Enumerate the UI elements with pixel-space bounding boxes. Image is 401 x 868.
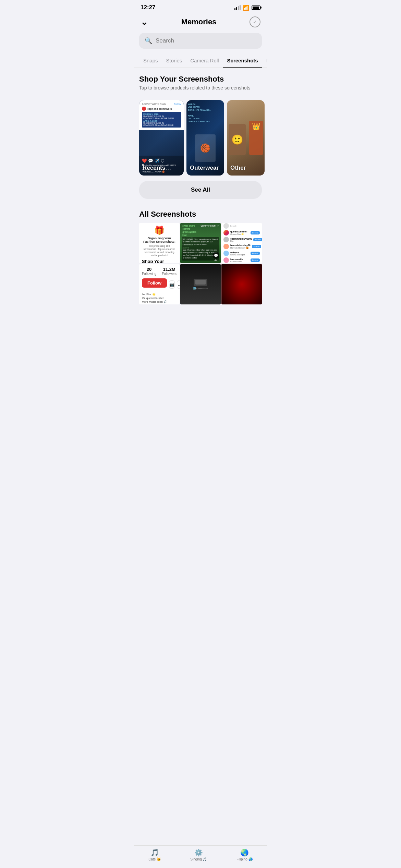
tab-snaps[interactable]: Snaps	[139, 54, 162, 68]
screenshot-grid: ACCNETWORK Posts Follow espn and accnetw…	[134, 100, 267, 176]
social-row-2[interactable]: eeemmmiiillyyy999 Em Follow	[223, 237, 260, 242]
card-label-outerwear: Outerwear	[190, 165, 219, 171]
wifi-icon: 📶	[243, 4, 250, 11]
see-all-button[interactable]: See All	[139, 181, 262, 199]
screenshot-card-outerwear[interactable]: MARCHUNC BEATSCOACH K'S FINAL HO... APRI…	[186, 100, 224, 176]
all-screenshots-section: All Screenshots 🎁 Organizing Your Fashio…	[134, 204, 267, 304]
card-label-recents: Recents	[143, 165, 165, 171]
tab-screenshots[interactable]: Screenshots	[223, 54, 262, 68]
status-time: 12:27	[141, 4, 155, 11]
check-button[interactable]: ✓	[250, 16, 260, 27]
thumb-profile[interactable]: 20 Following 11.2M Followers 216.7M Like…	[139, 264, 180, 304]
status-icons: 📶	[234, 4, 260, 11]
social-row-1[interactable]: queenstaralien Queen Star 🌟 Follow	[223, 230, 260, 236]
follow-btn-4[interactable]: Follow	[251, 252, 260, 255]
profile-stats: 20 Following 11.2M Followers 216.7M Like…	[142, 267, 177, 276]
shop-title: Shop Your Screenshots	[139, 75, 262, 84]
shop-mini-title: Shop Your Screenshots	[142, 259, 177, 263]
follow-btn-5[interactable]: Follow	[251, 258, 260, 262]
tab-stories[interactable]: Stories	[162, 54, 186, 68]
all-screenshots-title: All Screenshots	[139, 210, 262, 219]
thumb-social[interactable]: Less 3 queenstaralien Queen Star 🌟 Follo…	[221, 223, 262, 263]
header: ⌄ Memories ✓	[134, 14, 267, 33]
social-row-5[interactable]: laurenuzlik Lauren Uzlik Follow	[223, 257, 260, 263]
shop-subtitle: Tap to browse products related to these …	[139, 85, 262, 91]
fashion-subtitle: Still processing 180 screenshots. Tap on…	[142, 244, 177, 257]
battery-icon	[252, 5, 260, 10]
social-row-3[interactable]: hannahhensley98 Hannah Hensley 🎃 Follow	[223, 244, 260, 249]
thumbnails-grid: 🎁 Organizing Your Fashion Screenshots! S…	[139, 223, 262, 304]
search-input[interactable]	[156, 37, 256, 44]
profile-bio: I'm Star 🌟 IG: queenstaralien more music…	[142, 292, 177, 304]
thumb-red[interactable]	[221, 264, 262, 304]
search-bar[interactable]: 🔍	[139, 33, 262, 49]
signal-icon	[234, 5, 241, 10]
search-icon: 🔍	[145, 37, 152, 45]
search-container: 🔍	[134, 33, 267, 54]
thumb-smoothie[interactable]: -swiss chard-cilantro-green apples-kiwi-…	[180, 223, 221, 263]
thumb-fashion[interactable]: 🎁 Organizing Your Fashion Screenshots! S…	[139, 223, 180, 263]
status-bar: 12:27 📶	[134, 0, 267, 14]
follow-btn-2[interactable]: Follow	[253, 238, 262, 241]
page-title: Memories	[181, 17, 217, 26]
screenshot-card-other[interactable]: 🙂 👑 Other	[227, 100, 265, 176]
check-icon: ✓	[253, 19, 257, 25]
thumb-street[interactable]: 🏙️ Street scene	[180, 264, 221, 304]
shop-section: Shop Your Screenshots Tap to browse prod…	[134, 68, 267, 100]
fashion-title: Organizing Your Fashion Screenshots!	[142, 237, 177, 243]
tab-camera-roll[interactable]: Camera Roll	[186, 54, 223, 68]
social-row-4[interactable]: mdsyre satoru apologist Follow	[223, 251, 260, 256]
screenshot-card-recents[interactable]: ACCNETWORK Posts Follow espn and accnetw…	[139, 100, 184, 176]
social-row-less: Less 3	[223, 223, 260, 229]
card-label-other: Other	[230, 165, 246, 171]
tabs-container: Snaps Stories Camera Roll Screenshots My	[134, 54, 267, 68]
follow-btn-1[interactable]: Follow	[251, 231, 260, 234]
fashion-icon: 🎁	[154, 226, 165, 235]
follow-btn-3[interactable]: Follow	[252, 245, 261, 248]
tab-my[interactable]: My	[262, 54, 267, 68]
see-all-container: See All	[134, 176, 267, 204]
follow-profile-button[interactable]: Follow	[142, 278, 167, 288]
back-chevron[interactable]: ⌄	[141, 17, 148, 27]
